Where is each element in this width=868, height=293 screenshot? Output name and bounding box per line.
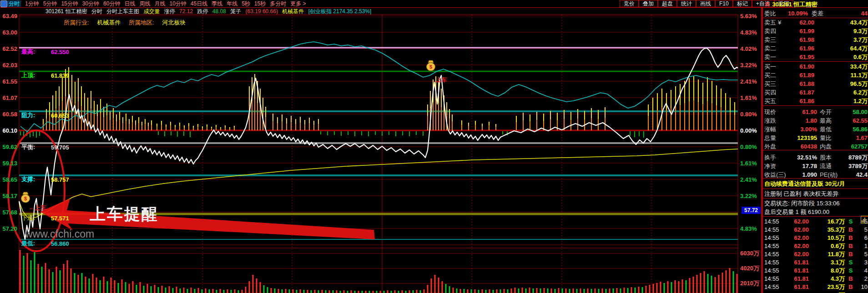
trade-row: 14:5562.0010.5万B6 xyxy=(764,233,868,242)
industry-label: 所属行业: xyxy=(64,19,89,26)
right-axis-label: 0.80% xyxy=(740,144,757,150)
weibi-row: 委比10.09%委差44 xyxy=(764,9,868,18)
trade-row: 14:5562.0035.3万B5 xyxy=(764,225,868,234)
after-hours-row: 盘后交易量 1 额 6190.00 xyxy=(764,208,868,216)
level-label: 最高: xyxy=(21,48,35,56)
left-axis-label: 57.20 xyxy=(0,225,17,232)
left-axis-label: 62.03 xyxy=(0,62,17,69)
trade-row: 14:5561.813.1万S3 xyxy=(764,258,868,267)
money-bag-icon: $ xyxy=(21,192,30,203)
quote-panel: 委比10.09%委差44卖五¥62.0043.4万卖四61.999.3万卖三61… xyxy=(762,8,868,293)
boarding-arrow-label: ←上车 xyxy=(29,204,46,212)
chart-border xyxy=(19,15,738,293)
indicator-trend-line xyxy=(20,42,738,132)
trade-row: 14:5561.8015.4万S5 xyxy=(764,291,868,293)
stat-row: 涨幅3.00%最低56.86 xyxy=(764,125,868,134)
boarding-signal-label: 上车 xyxy=(436,76,447,84)
tape-separator xyxy=(763,216,868,217)
trade-row: 14:5561.814.3万B2 xyxy=(764,274,868,283)
left-axis-label: 61.55 xyxy=(0,78,17,85)
right-axis-label: 3.22% xyxy=(740,62,757,69)
right-axis-label: 1.61% xyxy=(740,160,757,167)
reg-separator xyxy=(763,198,868,199)
bid-row[interactable]: 买五61.861.2万 xyxy=(764,97,868,105)
stat-row: 换手32.51%股本8789万 xyxy=(764,153,868,162)
right-axis-label: 0.00% xyxy=(740,127,757,134)
right-axis-label: 1.61% xyxy=(740,94,757,101)
trade-row: 14:5562.0016.7万S5 xyxy=(764,217,868,226)
stock-info-row: 所属行业: 机械基件 所属地区: 河北板块 xyxy=(64,19,192,27)
price-marker-badge: 57.72 xyxy=(742,207,761,214)
volume-axis-label: 4020万 xyxy=(740,264,759,273)
left-axis-label: 63.00 xyxy=(0,29,17,36)
bid-row[interactable]: 买二61.8911.1万 xyxy=(764,71,868,79)
left-axis-label: 62.52 xyxy=(0,45,17,52)
level-value: 62.550 xyxy=(51,49,69,55)
industry-value[interactable]: 机械基件 xyxy=(97,19,121,26)
right-axis-label: 2.41% xyxy=(740,78,757,85)
level-value: 56.860 xyxy=(51,240,69,247)
right-axis-label: 4.83% xyxy=(740,225,757,232)
level-label: 支撑: xyxy=(21,175,35,184)
level-value: 57.571 xyxy=(51,215,69,222)
trade-row: 14:5561.8123.5万B10 xyxy=(764,283,868,291)
left-axis-label: 60.58 xyxy=(0,111,17,118)
ask-row[interactable]: 卖四61.999.3万 xyxy=(764,27,868,35)
left-axis-label: 58.17 xyxy=(0,193,17,199)
left-axis-label: 61.07 xyxy=(0,94,17,101)
left-axis-label: 59.13 xyxy=(0,160,17,167)
level-value: 58.757 xyxy=(51,176,69,183)
volume-axis-label: 2010万 xyxy=(740,279,759,288)
money-bag-dollar: $ xyxy=(24,196,27,201)
ask-row[interactable]: 卖五¥62.0043.4万 xyxy=(764,18,868,27)
level-value: 60.653 xyxy=(51,112,69,119)
right-axis-label: 3.22% xyxy=(740,193,757,199)
right-axis-label: 4.02% xyxy=(740,45,757,52)
intraday-chart-canvas[interactable]: $$ xyxy=(0,0,868,293)
left-axis-label: 63.49 xyxy=(0,13,17,20)
ad-separator xyxy=(763,189,868,189)
trade-state: 交易状态: 闭市阶段 15:33:06 xyxy=(764,199,868,208)
registration-status: 注册制 已盈利 表决权无差异 xyxy=(764,189,868,198)
stats-separator xyxy=(763,150,868,150)
level-label: 上顶: xyxy=(21,71,35,79)
right-axis-label: 0.80% xyxy=(740,111,757,118)
stat-row: 现价61.90今开58.00 xyxy=(764,108,868,116)
level-label: 下底: xyxy=(21,214,35,222)
trading-terminal: 分时1分钟5分钟15分钟30分钟60分钟日线周线月线10分钟45日线季线年线5秒… xyxy=(0,0,868,293)
bid-row[interactable]: 买一61.9033.4万 xyxy=(764,62,868,71)
right-axis-label: 4.83% xyxy=(740,29,757,36)
money-bag-knot xyxy=(23,192,28,194)
left-axis-label: 59.62 xyxy=(0,144,17,150)
level-label: 平衡: xyxy=(21,143,35,151)
ask-row[interactable]: 卖一61.950.6万 xyxy=(764,53,868,61)
money-bag-icon: $ xyxy=(427,60,435,71)
stats-bottom-separator xyxy=(763,178,868,179)
book-bottom-separator xyxy=(763,105,868,106)
trade-row: 14:5561.818.0万S4 xyxy=(764,266,868,275)
region-label: 所属地区: xyxy=(129,19,154,26)
subscription-ad[interactable]: 自动续费通达信普及版 30元/月 xyxy=(764,179,868,189)
level-value: 59.705 xyxy=(51,144,69,151)
money-bag-dollar: $ xyxy=(429,64,432,70)
money-bag-knot xyxy=(428,60,434,63)
ask-row[interactable]: 卖三61.983.7万 xyxy=(764,35,868,44)
left-axis-label: 57.68 xyxy=(0,209,17,216)
bid-row[interactable]: 买三61.8896.5万 xyxy=(764,79,868,88)
right-axis-label: 2.41% xyxy=(740,176,757,183)
left-axis-label: 60.10 xyxy=(0,127,17,134)
level-label: 阻力: xyxy=(21,111,35,119)
bid-row[interactable]: 买四61.876.2万 xyxy=(764,88,868,97)
stat-row: 总量123195量比1.67 xyxy=(764,134,868,142)
book-mid-separator xyxy=(763,61,868,62)
boarding-reminder-text: 上车提醒 xyxy=(90,204,159,225)
right-axis-label: 5.63% xyxy=(740,13,757,20)
watermark: www.cfchi.com xyxy=(25,228,94,240)
volume-axis-label: 6030万 xyxy=(740,249,759,258)
region-value[interactable]: 河北板块 xyxy=(162,19,186,26)
level-value: 61.839 xyxy=(51,72,69,79)
ask-row[interactable]: 卖二61.9664.4万 xyxy=(764,44,868,53)
left-axis-label: 58.65 xyxy=(0,176,17,183)
trade-row: 14:5562.0011.8万B5 xyxy=(764,250,868,258)
level-label: 最低: xyxy=(21,239,35,248)
